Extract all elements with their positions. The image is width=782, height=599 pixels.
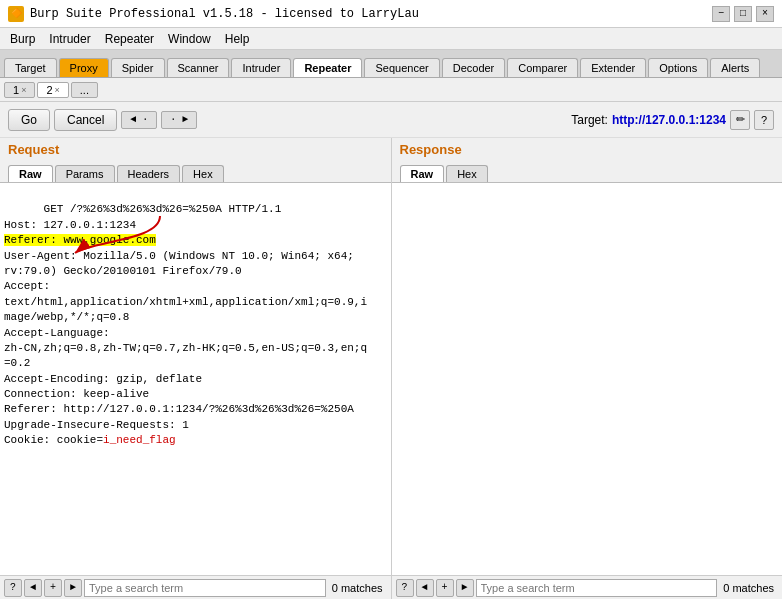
response-body[interactable] [392, 183, 783, 575]
menu-window[interactable]: Window [162, 30, 217, 48]
request-status-panel: ? ◄ + ► 0 matches [0, 576, 392, 599]
close-button[interactable]: × [756, 6, 774, 22]
response-tabs: Raw Hex [392, 159, 783, 183]
tab-sequencer[interactable]: Sequencer [364, 58, 439, 77]
request-search-input[interactable] [84, 579, 326, 597]
nav-forward-button[interactable]: · ► [161, 111, 197, 129]
toolbar: Go Cancel ◄ · · ► Target: http://127.0.0… [0, 102, 782, 138]
repeater-tab-more[interactable]: ... [71, 82, 98, 98]
tab-alerts[interactable]: Alerts [710, 58, 760, 77]
tab-extender[interactable]: Extender [580, 58, 646, 77]
minimize-button[interactable]: − [712, 6, 730, 22]
target-label: Target: http://127.0.0.1:1234 ✏ ? [571, 110, 774, 130]
request-tab-raw[interactable]: Raw [8, 165, 53, 182]
window-controls[interactable]: − □ × [712, 6, 774, 22]
request-tab-params[interactable]: Params [55, 165, 115, 182]
menu-burp[interactable]: Burp [4, 30, 41, 48]
res-add-icon[interactable]: + [436, 579, 454, 597]
highlighted-referer: Referer: www.google.com [4, 234, 156, 246]
request-title: Request [0, 138, 391, 159]
request-panel: Request Raw Params Headers Hex GET /?%26… [0, 138, 392, 575]
nav-back-button[interactable]: ◄ · [121, 111, 157, 129]
tab-repeater[interactable]: Repeater [293, 58, 362, 77]
main-panels: Request Raw Params Headers Hex GET /?%26… [0, 138, 782, 575]
tab-options[interactable]: Options [648, 58, 708, 77]
maximize-button[interactable]: □ [734, 6, 752, 22]
close-tab-1-icon[interactable]: × [21, 85, 26, 95]
res-prev-icon[interactable]: ◄ [416, 579, 434, 597]
res-next-icon[interactable]: ► [456, 579, 474, 597]
close-tab-2-icon[interactable]: × [55, 85, 60, 95]
menu-repeater[interactable]: Repeater [99, 30, 160, 48]
tab-comparer[interactable]: Comparer [507, 58, 578, 77]
response-tab-hex[interactable]: Hex [446, 165, 488, 182]
main-tab-bar: Target Proxy Spider Scanner Intruder Rep… [0, 50, 782, 78]
request-body[interactable]: GET /?%26%3d%26%3d%26=%250A HTTP/1.1 Hos… [0, 183, 391, 575]
res-help-icon[interactable]: ? [396, 579, 414, 597]
request-tab-headers[interactable]: Headers [117, 165, 181, 182]
app-icon: 🔶 [8, 6, 24, 22]
title-bar: 🔶 Burp Suite Professional v1.5.18 - lice… [0, 0, 782, 28]
help-button[interactable]: ? [754, 110, 774, 130]
tab-spider[interactable]: Spider [111, 58, 165, 77]
repeater-tab-1[interactable]: 1 × [4, 82, 35, 98]
go-button[interactable]: Go [8, 109, 50, 131]
menu-bar: Burp Intruder Repeater Window Help [0, 28, 782, 50]
tab-target[interactable]: Target [4, 58, 57, 77]
tab-scanner[interactable]: Scanner [167, 58, 230, 77]
response-panel: Response Raw Hex [392, 138, 783, 575]
tab-proxy[interactable]: Proxy [59, 58, 109, 77]
request-tabs: Raw Params Headers Hex [0, 159, 391, 183]
response-tab-raw[interactable]: Raw [400, 165, 445, 182]
cancel-button[interactable]: Cancel [54, 109, 117, 131]
status-bar: ? ◄ + ► 0 matches ? ◄ + ► 0 matches [0, 575, 782, 599]
request-tab-hex[interactable]: Hex [182, 165, 224, 182]
response-status-panel: ? ◄ + ► 0 matches [392, 576, 783, 599]
response-matches-label: 0 matches [719, 582, 778, 594]
menu-help[interactable]: Help [219, 30, 256, 48]
app-title: Burp Suite Professional v1.5.18 - licens… [30, 7, 419, 21]
req-add-icon[interactable]: + [44, 579, 62, 597]
req-next-icon[interactable]: ► [64, 579, 82, 597]
req-prev-icon[interactable]: ◄ [24, 579, 42, 597]
response-search-input[interactable] [476, 579, 718, 597]
tab-decoder[interactable]: Decoder [442, 58, 506, 77]
repeater-tab-2[interactable]: 2 × [37, 82, 68, 98]
repeater-tab-bar: 1 × 2 × ... [0, 78, 782, 102]
request-matches-label: 0 matches [328, 582, 387, 594]
cookie-flag: i_need_flag [103, 434, 176, 446]
target-url: http://127.0.0.1:1234 [612, 113, 726, 127]
menu-intruder[interactable]: Intruder [43, 30, 96, 48]
response-title: Response [392, 138, 783, 159]
req-help-icon[interactable]: ? [4, 579, 22, 597]
tab-intruder[interactable]: Intruder [231, 58, 291, 77]
edit-target-button[interactable]: ✏ [730, 110, 750, 130]
